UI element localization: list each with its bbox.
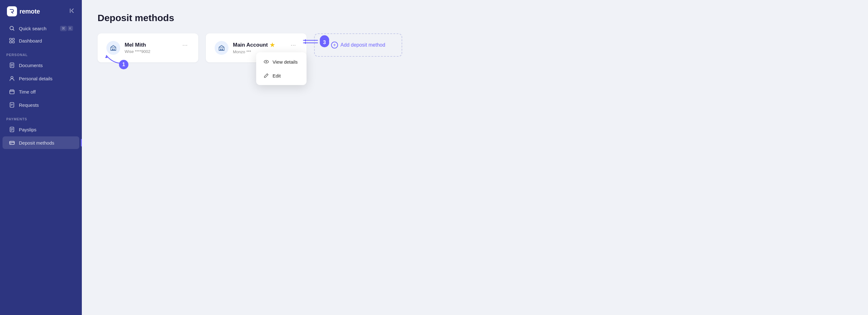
- quick-search-button[interactable]: Quick search ⌘ K: [2, 23, 79, 34]
- main-content: Deposit methods: [82, 0, 868, 315]
- svg-rect-14: [114, 49, 115, 50]
- annotation-1: 1: [119, 60, 128, 69]
- view-details-option[interactable]: View details: [256, 55, 307, 69]
- sidebar-item-deposit-methods[interactable]: Deposit methods: [2, 136, 79, 149]
- k-key: K: [68, 26, 73, 31]
- dashboard-label: Dashboard: [19, 38, 42, 44]
- collapse-sidebar-button[interactable]: [69, 7, 75, 16]
- cmd-key: ⌘: [60, 26, 67, 31]
- svg-rect-13: [112, 49, 113, 50]
- card-2-dropdown: View details Edit: [256, 52, 307, 85]
- add-plus-icon: +: [331, 41, 338, 49]
- app-logo: remote: [7, 6, 40, 17]
- svg-rect-8: [10, 90, 14, 94]
- sidebar-item-payslips[interactable]: Payslips: [2, 123, 79, 136]
- documents-label: Documents: [19, 63, 43, 68]
- deposit-cards-row: Mel Mith Wise ****9002 ··· 1: [98, 33, 852, 62]
- sidebar-item-dashboard[interactable]: Dashboard: [2, 34, 79, 47]
- card-1-sub: Wise ****9002: [125, 49, 150, 54]
- card-1-wrapper: Mel Mith Wise ****9002 ··· 1: [98, 33, 198, 62]
- card-2-name: Main Account ★: [233, 41, 275, 49]
- person-icon: [9, 75, 15, 82]
- svg-point-7: [11, 77, 13, 79]
- time-off-icon: [9, 88, 15, 95]
- sidebar-item-requests[interactable]: Requests: [2, 98, 79, 111]
- time-off-label: Time off: [19, 89, 36, 94]
- view-details-label: View details: [273, 59, 298, 64]
- card-1-name: Mel Mith: [125, 42, 150, 48]
- edit-label: Edit: [273, 73, 281, 79]
- search-label: Quick search: [19, 26, 46, 31]
- svg-rect-5: [12, 41, 14, 43]
- sidebar-logo: remote: [0, 0, 82, 23]
- sidebar-item-documents[interactable]: Documents: [2, 59, 79, 71]
- add-deposit-label: Add deposit method: [341, 42, 385, 48]
- page-title: Deposit methods: [98, 12, 852, 23]
- badge-3: 3: [320, 38, 329, 47]
- edit-icon: [263, 73, 270, 79]
- svg-rect-2: [10, 38, 12, 40]
- logo-icon: [7, 6, 17, 17]
- svg-rect-9: [10, 103, 14, 107]
- dashboard-icon: [9, 37, 15, 44]
- annotation-3: 3: [320, 38, 329, 47]
- sidebar-item-time-off[interactable]: Time off: [2, 85, 79, 98]
- svg-point-18: [266, 61, 267, 62]
- card-1-menu-button[interactable]: ···: [180, 41, 189, 49]
- eye-icon: [263, 59, 270, 65]
- deposit-methods-icon: [9, 140, 15, 146]
- deposit-methods-label: Deposit methods: [19, 140, 55, 146]
- documents-icon: [9, 62, 15, 68]
- svg-rect-15: [220, 49, 221, 50]
- payslips-icon: [9, 126, 15, 133]
- personal-details-label: Personal details: [19, 76, 53, 81]
- edit-option[interactable]: Edit: [256, 69, 307, 83]
- requests-icon: [9, 102, 15, 108]
- search-icon: [9, 25, 15, 31]
- sidebar: remote Quick search ⌘ K: [0, 0, 82, 315]
- app-name: remote: [20, 8, 40, 15]
- svg-rect-12: [10, 143, 11, 144]
- requests-label: Requests: [19, 103, 39, 108]
- payslips-label: Payslips: [19, 127, 36, 132]
- svg-rect-11: [10, 141, 14, 145]
- badge-1: 1: [119, 60, 128, 69]
- svg-rect-4: [10, 41, 12, 43]
- card-2-wrapper: Main Account ★ Monzo *** ···: [206, 33, 307, 62]
- payments-section-label: PAYMENTS: [0, 112, 82, 123]
- svg-rect-16: [222, 49, 223, 50]
- personal-section-label: PERSONAL: [0, 47, 82, 59]
- deposit-card-main-account: Main Account ★ Monzo *** ···: [206, 33, 307, 62]
- keyboard-shortcut: ⌘ K: [60, 26, 73, 31]
- svg-rect-3: [12, 38, 14, 40]
- bank-icon-2: [215, 41, 228, 55]
- star-icon: ★: [270, 41, 275, 49]
- sidebar-item-personal-details[interactable]: Personal details: [2, 72, 79, 85]
- card-2-menu-button[interactable]: ···: [288, 41, 298, 49]
